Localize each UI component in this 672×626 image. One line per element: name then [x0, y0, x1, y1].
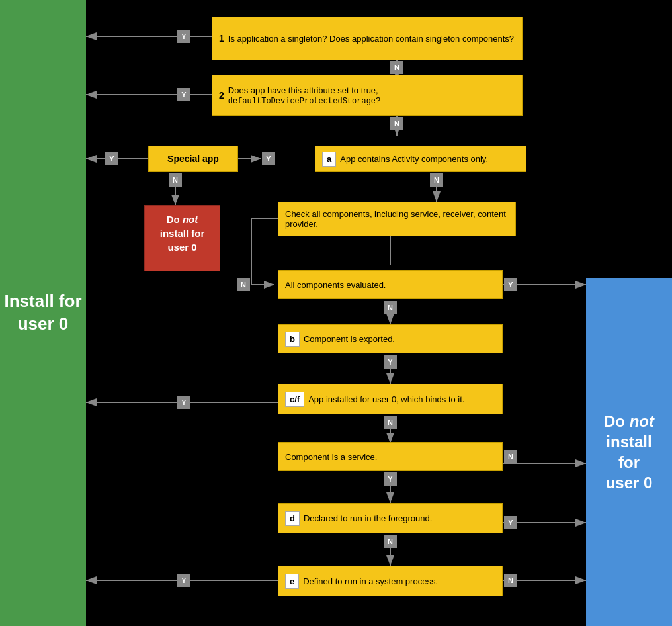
n-label: N	[394, 64, 399, 71]
y-label-5: Y	[508, 281, 513, 289]
n-label-8: N	[508, 453, 513, 461]
install-panel: Install for user 0	[0, 0, 86, 626]
q2-y-badge: Y	[177, 88, 190, 101]
n-label-10: N	[508, 576, 513, 584]
special-app-text: Special app	[167, 154, 219, 164]
y-label: Y	[181, 32, 186, 40]
y-label-10: Y	[181, 576, 186, 584]
qb-box: b Component is exported.	[278, 324, 503, 353]
question-1-text: Is application a singleton? Does applica…	[228, 34, 514, 44]
qe-n-right-badge: N	[504, 574, 517, 587]
question-2-text: Does app have this attribute set to true…	[228, 85, 515, 106]
all-components-box: All components evaluated.	[278, 270, 503, 299]
y-label-2: Y	[181, 91, 186, 99]
qcf-n-down-badge: N	[384, 416, 397, 429]
install-label: install	[606, 433, 651, 451]
q2-n-badge: N	[390, 117, 403, 130]
qcf-box: c/f App installed for user 0, which bind…	[278, 384, 503, 414]
question-2-box: 2 Does app have this attribute set to tr…	[212, 75, 523, 116]
special-y-left-badge: Y	[105, 152, 118, 165]
check-components-box: Check all components, including service,…	[278, 202, 516, 236]
all-comp-n-left-badge: N	[237, 278, 250, 291]
qe-y-left-badge: Y	[177, 574, 190, 587]
do-not-install-panel: Do not install for user 0	[586, 278, 672, 626]
qcf-text: App installed for user 0, which binds to…	[308, 394, 464, 404]
do-not-install-red-box: Do notinstall foruser 0	[144, 205, 220, 271]
n-label-4: N	[434, 176, 439, 184]
do-not-install-line1: Do notinstall foruser 0	[160, 214, 205, 253]
n-label-5: N	[241, 281, 246, 289]
y-label-3: Y	[109, 155, 114, 163]
special-n-down-badge: N	[169, 173, 182, 187]
qa-box: a App contains Activity components only.	[315, 146, 526, 172]
qa-n-down-badge: N	[430, 173, 443, 187]
do-label: Do	[604, 412, 625, 430]
question-1-number: 1	[219, 33, 224, 44]
all-comp-y-right-badge: Y	[504, 278, 517, 291]
qd-text: Declared to run in the foreground.	[304, 514, 432, 523]
qa-text: App contains Activity components only.	[340, 154, 488, 164]
qd-n-down-badge: N	[384, 535, 397, 548]
qa-letter: a	[322, 152, 336, 167]
n-label-7: N	[388, 418, 393, 426]
y-label-7: Y	[181, 398, 186, 406]
not-label: not	[630, 412, 654, 430]
qb-y-down-badge: Y	[384, 355, 397, 369]
component-service-text: Component is a service.	[285, 452, 377, 462]
do-not-install-panel-text: Do not install for user 0	[604, 411, 654, 494]
qd-box: d Declared to run in the foreground.	[278, 503, 503, 533]
question-1-box: 1 Is application a singleton? Does appli…	[212, 17, 523, 60]
y-label-9: Y	[508, 519, 513, 527]
qe-letter: e	[285, 574, 299, 589]
all-components-text: All components evaluated.	[285, 280, 386, 290]
q1-n-badge: N	[390, 61, 403, 74]
n-label-9: N	[388, 537, 393, 545]
install-panel-text: Install for user 0	[0, 291, 86, 335]
component-service-box: Component is a service.	[278, 442, 503, 471]
all-comp-n-down-badge: N	[384, 301, 397, 314]
n-label-3: N	[173, 176, 178, 184]
qb-letter: b	[285, 332, 300, 347]
component-service-n-badge: N	[504, 450, 517, 463]
n-label-6: N	[388, 304, 393, 312]
qcf-letter: c/f	[285, 392, 304, 407]
check-components-text: Check all components, including service,…	[285, 209, 509, 229]
q1-y-badge: Y	[177, 30, 190, 43]
qb-text: Component is exported.	[304, 334, 395, 344]
qd-letter: d	[285, 511, 300, 526]
install-panel-label: Install for user 0	[4, 291, 81, 334]
qe-text: Defined to run in a system process.	[303, 576, 438, 586]
qcf-y-left-badge: Y	[177, 396, 190, 409]
user-label: user 0	[606, 474, 653, 492]
y-label-6: Y	[388, 358, 392, 366]
for-label: for	[618, 453, 640, 471]
y-label-4: Y	[266, 155, 271, 163]
question-2-number: 2	[219, 90, 224, 101]
y-label-8: Y	[388, 475, 392, 483]
special-app-box: Special app	[148, 146, 238, 172]
n-label-2: N	[394, 120, 399, 128]
component-service-y-badge: Y	[384, 472, 397, 486]
qd-y-right-badge: Y	[504, 516, 517, 529]
special-qa-y-badge: Y	[262, 152, 275, 165]
diagram-container: Install for user 0 Do not install for us…	[0, 0, 672, 626]
qe-box: e Defined to run in a system process.	[278, 566, 503, 596]
